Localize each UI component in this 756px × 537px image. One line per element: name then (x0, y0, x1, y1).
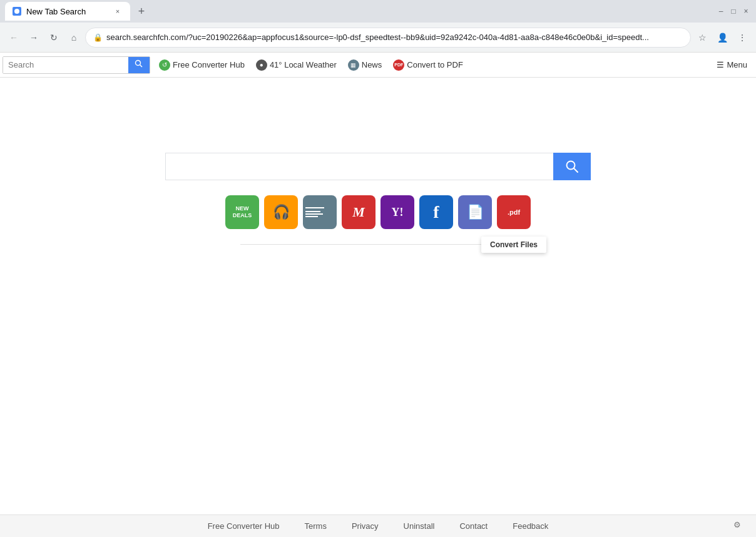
address-input-wrap[interactable]: 🔒 search.searchfch.com/?uc=20190226&ap=a… (85, 28, 691, 48)
local-weather-icon: ● (256, 59, 267, 71)
hamburger-icon: ☰ (717, 60, 724, 69)
free-converter-hub-icon: ↺ (159, 59, 170, 71)
window-controls: – □ × (716, 6, 751, 16)
footer-link-privacy[interactable]: Privacy (352, 521, 379, 531)
center-search-input[interactable] (165, 153, 553, 180)
toolbar-search-input[interactable] (3, 57, 128, 73)
shortcut-audible[interactable]: 🎧 (264, 195, 298, 229)
home-button[interactable]: ⌂ (65, 29, 83, 46)
tab-strip: New Tab Search × + (5, 2, 150, 21)
footer: Free Converter Hub Terms Privacy Uninsta… (0, 514, 756, 537)
toolbar-item-free-converter-hub[interactable]: ↺ Free Converter Hub (154, 57, 250, 73)
toolbar-item-news[interactable]: ▦ News (343, 57, 387, 73)
profile-button[interactable]: 👤 (713, 29, 731, 46)
close-button[interactable]: × (741, 6, 751, 16)
toolbar-item-local-weather-label: 41° Local Weather (270, 60, 337, 69)
footer-link-uninstall[interactable]: Uninstall (404, 521, 435, 531)
toolbar-item-convert-to-pdf-label: Convert to PDF (407, 60, 463, 69)
back-button[interactable]: ← (5, 29, 23, 46)
convert-files-tooltip: Convert Files (481, 237, 546, 253)
svg-line-2 (140, 65, 143, 68)
minimize-button[interactable]: – (716, 6, 726, 16)
shortcuts-row: NEWDEALS 🎧 M Y! f 📄 .pdf Convert Files (225, 195, 531, 229)
shortcut-google-docs[interactable]: 📄 (458, 195, 492, 229)
address-bar: ← → ↻ ⌂ 🔒 search.searchfch.com/?uc=20190… (0, 23, 756, 53)
bookmark-button[interactable]: ☆ (693, 29, 711, 46)
svg-point-1 (136, 61, 141, 66)
toolbar-search-box[interactable] (3, 56, 150, 74)
new-tab-button[interactable]: + (133, 3, 150, 20)
lock-icon: 🔒 (93, 33, 103, 42)
footer-link-terms[interactable]: Terms (305, 521, 327, 531)
menu-button[interactable]: ⋮ (733, 29, 751, 46)
main-content: NEWDEALS 🎧 M Y! f 📄 .pdf Convert Files (0, 78, 756, 514)
shortcut-news[interactable] (303, 195, 337, 229)
title-bar: New Tab Search × + – □ × (0, 0, 756, 23)
tab-close-button[interactable]: × (113, 6, 123, 16)
address-bar-actions: ☆ 👤 ⋮ (693, 29, 751, 46)
convert-to-pdf-icon: PDF (393, 59, 404, 71)
svg-line-4 (574, 168, 578, 172)
shortcut-yahoo[interactable]: Y! (381, 195, 414, 229)
address-text: search.searchfch.com/?uc=20190226&ap=app… (106, 33, 683, 42)
menu-label: Menu (727, 60, 747, 69)
shortcut-facebook[interactable]: f (419, 195, 453, 229)
toolbar-item-news-label: News (362, 60, 382, 69)
forward-button[interactable]: → (25, 29, 43, 46)
tab-title: New Tab Search (26, 7, 86, 16)
toolbar-item-convert-to-pdf[interactable]: PDF Convert to PDF (388, 57, 468, 73)
center-search-box[interactable] (165, 153, 591, 180)
maximize-button[interactable]: □ (728, 6, 738, 16)
hamburger-menu-button[interactable]: ☰ Menu (710, 58, 753, 72)
shortcut-divider (240, 244, 516, 245)
reload-button[interactable]: ↻ (45, 29, 63, 46)
center-search-button[interactable] (553, 153, 591, 180)
shortcut-new-deals[interactable]: NEWDEALS (225, 195, 259, 229)
shortcut-convert-pdf[interactable]: .pdf Convert Files (497, 195, 531, 229)
toolbar-item-free-converter-hub-label: Free Converter Hub (173, 60, 245, 69)
footer-link-free-converter-hub[interactable]: Free Converter Hub (208, 521, 280, 531)
footer-link-contact[interactable]: Contact (459, 521, 488, 531)
toolbar: ↺ Free Converter Hub ● 41° Local Weather… (0, 53, 756, 78)
svg-point-0 (14, 9, 19, 14)
active-tab[interactable]: New Tab Search × (5, 2, 130, 21)
shortcut-gmail[interactable]: M (342, 195, 375, 229)
settings-gear-icon[interactable]: ⚙ (733, 520, 746, 533)
toolbar-item-local-weather[interactable]: ● 41° Local Weather (251, 57, 342, 73)
footer-link-feedback[interactable]: Feedback (513, 521, 548, 531)
tab-favicon (13, 7, 21, 16)
toolbar-search-button[interactable] (128, 57, 150, 73)
news-icon: ▦ (348, 59, 359, 71)
